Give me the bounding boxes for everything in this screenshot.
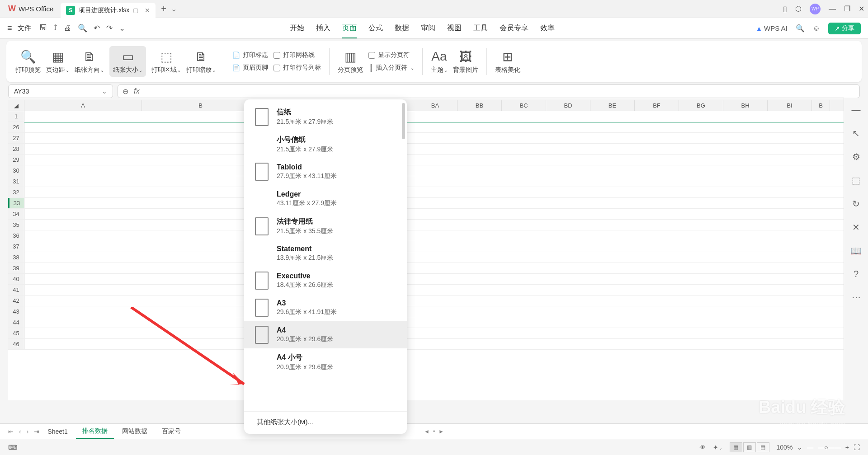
first-sheet-icon[interactable]: ⇤	[8, 428, 14, 435]
file-menu[interactable]: 文件	[18, 24, 31, 33]
col-header[interactable]: BG	[679, 100, 723, 111]
col-header[interactable]: BC	[502, 100, 546, 111]
row-header[interactable]: 38	[8, 252, 24, 263]
row-header[interactable]: 45	[8, 328, 24, 338]
select-all-corner[interactable]: ◢	[8, 100, 24, 111]
show-page-break-checkbox[interactable]: 显示分页符	[368, 51, 414, 59]
print-area-button[interactable]: ⬚ 打印区域⌄	[151, 49, 181, 74]
row-header[interactable]: 39	[8, 263, 24, 273]
cube-icon[interactable]: ⬡	[795, 5, 802, 13]
paper-size-option[interactable]: Ledger43.11厘米 x 27.9厘米	[244, 185, 407, 212]
paper-size-option[interactable]: A329.6厘米 x 41.91厘米	[244, 294, 407, 321]
print-scale-button[interactable]: 🗎 打印缩放⌄	[186, 49, 216, 74]
keyboard-icon[interactable]: ⌨	[8, 444, 17, 451]
tab-efficiency[interactable]: 效率	[540, 23, 555, 33]
bg-image-button[interactable]: 🖼 背景图片	[453, 49, 478, 74]
search-icon[interactable]: 🔍	[796, 24, 805, 33]
fullscreen-icon[interactable]: ⛶	[854, 444, 860, 451]
row-header[interactable]: 34	[8, 209, 24, 219]
paper-size-option[interactable]: 法律专用纸21.5厘米 x 35.5厘米	[244, 212, 407, 240]
row-header[interactable]: 28	[8, 144, 24, 154]
print-icon[interactable]: 🖨	[64, 23, 71, 33]
normal-view-button[interactable]: ▦	[730, 442, 742, 452]
paper-size-button[interactable]: ▭ 纸张大小⌄	[109, 46, 146, 77]
paper-size-option[interactable]: 信纸21.5厘米 x 27.9厘米	[244, 103, 407, 131]
sheet-tab[interactable]: 网站数据	[116, 425, 154, 438]
col-header[interactable]: B	[812, 100, 830, 111]
col-header[interactable]: BI	[768, 100, 812, 111]
col-header[interactable]: B	[142, 100, 259, 111]
orientation-button[interactable]: 🗎 纸张方向⌄	[75, 49, 104, 74]
print-title-button[interactable]: 📄打印标题	[232, 51, 268, 59]
row-header[interactable]: 43	[8, 306, 24, 317]
wps-ai-button[interactable]: ▲ WPS AI	[756, 24, 788, 32]
more-icon[interactable]: ⋯	[852, 292, 861, 303]
other-paper-sizes[interactable]: 其他纸张大小(M)...	[244, 411, 407, 433]
eye-icon[interactable]: 👁	[699, 444, 706, 451]
col-header[interactable]: BF	[635, 100, 679, 111]
last-sheet-icon[interactable]: ⇥	[34, 428, 39, 435]
row-header[interactable]: 44	[8, 317, 24, 328]
zoom-in-icon[interactable]: +	[845, 444, 849, 451]
scrollbar[interactable]	[402, 103, 405, 139]
tab-data[interactable]: 数据	[395, 23, 409, 33]
cursor-icon[interactable]: ↖	[852, 128, 860, 139]
tab-insert[interactable]: 插入	[316, 23, 330, 33]
dropdown-icon[interactable]: ⌄	[119, 23, 125, 33]
crop-icon[interactable]: ⬚	[852, 175, 860, 186]
share-icon[interactable]: ⤴	[53, 23, 57, 33]
row-header[interactable]: 36	[8, 230, 24, 241]
col-header[interactable]: BE	[590, 100, 635, 111]
settings-icon[interactable]: ⚙	[852, 151, 860, 162]
share-button[interactable]: ↗ 分享	[828, 23, 861, 34]
book-icon[interactable]: 📖	[850, 245, 862, 256]
row-header[interactable]: 42	[8, 296, 24, 306]
tab-member[interactable]: 会员专享	[500, 23, 528, 33]
row-header[interactable]: 1	[8, 111, 24, 122]
focus-icon[interactable]: ✦⌄	[713, 444, 722, 451]
cancel-formula-icon[interactable]: ⊖	[123, 87, 128, 96]
header-footer-button[interactable]: 📄页眉页脚	[232, 64, 268, 72]
row-header[interactable]: 29	[8, 155, 24, 165]
tab-dropdown-icon[interactable]: ⌄	[171, 5, 177, 13]
page-layout-view-button[interactable]: ▥	[743, 442, 756, 452]
formula-bar[interactable]: ⊖ fx	[118, 84, 860, 98]
zoom-out-icon[interactable]: —	[807, 444, 813, 451]
name-box[interactable]: AY33 ⌄	[8, 84, 113, 98]
tab-page[interactable]: 页面	[342, 23, 357, 38]
feedback-icon[interactable]: ☺	[813, 24, 820, 33]
page-break-preview-button[interactable]: ▥ 分页预览	[338, 49, 363, 74]
row-col-label-checkbox[interactable]: 打印行号列标	[274, 64, 321, 72]
chevron-down-icon[interactable]: ⌄	[102, 88, 107, 95]
paper-size-option[interactable]: A4 小号20.9厘米 x 29.6厘米	[244, 348, 407, 376]
tab-formula[interactable]: 公式	[368, 23, 383, 33]
refresh-icon[interactable]: ↻	[852, 198, 860, 209]
row-header[interactable]: 26	[8, 122, 24, 132]
paper-size-option[interactable]: Executive18.4厘米 x 26.6厘米	[244, 267, 407, 294]
avatar[interactable]: WP	[810, 4, 821, 14]
add-tab-button[interactable]: +	[161, 4, 166, 14]
scroll-right-icon[interactable]: ►	[439, 428, 444, 435]
spreadsheet-grid[interactable]: ◢ A B BA BB BC BD BE BF BG BH BI B 12627…	[8, 100, 844, 400]
prev-sheet-icon[interactable]: ‹	[19, 428, 21, 435]
minimize-icon[interactable]: —	[829, 5, 836, 13]
help-icon[interactable]: ?	[854, 269, 859, 279]
save-icon[interactable]: 🖫	[39, 23, 47, 33]
paper-size-option[interactable]: A420.9厘米 x 29.6厘米	[244, 321, 407, 348]
paper-size-option[interactable]: Statement13.9厘米 x 21.5厘米	[244, 240, 407, 267]
row-header[interactable]: 27	[8, 133, 24, 143]
page-break-view-button[interactable]: ▤	[757, 442, 769, 452]
row-header[interactable]: 30	[8, 165, 24, 176]
preview-icon[interactable]: 🔍	[78, 23, 87, 33]
close-tab-icon[interactable]: ✕	[145, 7, 150, 14]
tools-icon[interactable]: ✕	[852, 222, 860, 233]
margins-button[interactable]: ▦ 页边距⌄	[46, 49, 69, 74]
hamburger-icon[interactable]: ≡	[7, 23, 12, 33]
print-preview-button[interactable]: 🔍 打印预览	[15, 49, 41, 74]
col-header[interactable]: BH	[723, 100, 768, 111]
maximize-icon[interactable]: ❐	[844, 5, 850, 13]
row-header[interactable]: 33	[8, 198, 24, 208]
row-header[interactable]: 41	[8, 285, 24, 295]
col-header[interactable]: BB	[458, 100, 502, 111]
row-header[interactable]: 32	[8, 187, 24, 197]
